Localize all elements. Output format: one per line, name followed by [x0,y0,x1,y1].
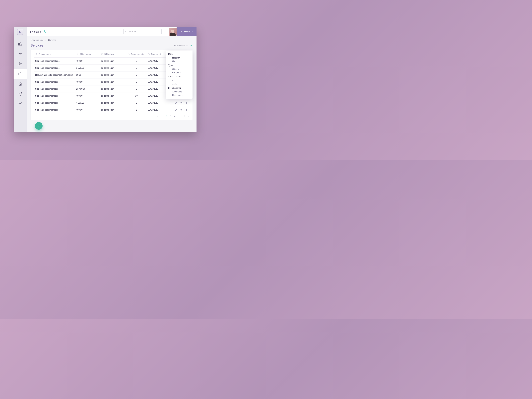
document-icon [18,82,22,86]
pagination: 1234...12 [34,115,189,118]
pagination-page[interactable]: 1 [161,115,163,118]
topbar: inVeritaSoft Hi, Marta [27,27,196,36]
search-box[interactable] [123,29,162,34]
cell-date-created: 03/07/2017 [146,57,168,64]
svg-rect-10 [128,54,129,55]
user-name: Marta [184,30,190,33]
cell-engagements: 0 [126,64,146,71]
cell-billing-type: on completion [100,78,126,85]
cell-service-name: Sign in all documentations [34,57,75,64]
th-billing-amount[interactable]: Billing amount [79,53,93,55]
cell-billing-type: on completion [100,64,126,71]
svg-point-2 [19,63,20,64]
table-row[interactable]: Sign in all documentations 4 360.00 on c… [34,99,189,106]
svg-rect-1 [20,43,21,45]
pagination-page[interactable]: 2 [165,115,167,118]
main: inVeritaSoft Hi, Marta [27,27,196,132]
pagination-page[interactable]: 12 [183,115,185,118]
cell-billing-type: on completion [100,57,126,64]
cell-billing-amount: 4 360.00 [75,99,100,106]
copy-icon[interactable] [180,108,183,111]
th-engagements[interactable]: Engagements [131,53,144,55]
pagination-page: ... [178,115,180,118]
edit-icon[interactable] [175,101,177,104]
filter-option[interactable]: Prospects [168,71,190,74]
cell-billing-amount: 60.00 [75,71,100,78]
search-icon [125,31,127,33]
cell-billing-amount: 460.00 [75,57,100,64]
th-date-created[interactable]: Date created [151,53,163,55]
people-icon [18,62,22,66]
sidebar-item-briefcase[interactable] [14,69,27,79]
app-logo[interactable]: C [17,29,23,35]
pagination-page[interactable]: 4 [174,115,176,118]
filter-group-label: Billing amount [168,87,190,89]
badge-icon [35,53,37,55]
briefcase-icon [18,72,22,76]
filter-icon [190,44,192,47]
cell-service-name: Sign in all documentations [34,64,75,71]
breadcrumb-current: Services [48,39,56,41]
cell-billing-amount: 460.00 [75,106,100,113]
svg-rect-9 [101,54,103,55]
trash-icon[interactable] [185,108,188,111]
filter-option[interactable]: Descending [168,93,190,97]
cell-date-created: 03/07/2017 [146,99,168,106]
filter-option[interactable]: Clients [168,68,190,71]
user-pane[interactable]: Hi, Marta [177,27,196,36]
cell-billing-amount: 23 460.00 [75,85,100,92]
sidebar-item-document[interactable] [14,79,27,89]
table-row[interactable]: Sign in all documentations 460.00 on com… [34,106,189,113]
th-billing-type[interactable]: Billing type [104,53,114,55]
cell-engagements: 5 [126,106,146,113]
svg-rect-0 [19,43,20,45]
sidebar-item-city[interactable] [14,39,27,49]
cell-billing-amount: 460.00 [75,92,100,99]
briefcase-small-icon [128,53,130,55]
cell-billing-amount: 460.00 [75,78,100,85]
cell-date-created: 03/07/2017 [146,106,168,113]
sidebar-item-people[interactable] [14,59,27,69]
filter-trigger[interactable]: Filtered by date [174,44,192,47]
svg-point-5 [20,103,21,104]
sidebar-item-handshake[interactable] [14,49,27,59]
filter-option[interactable]: Old [168,59,190,63]
cell-billing-type: on completion [100,106,126,113]
filter-option[interactable]: Ascending [168,90,190,93]
trash-icon[interactable] [185,101,188,104]
pagination-prev[interactable] [157,115,158,117]
pagination-page[interactable]: 3 [170,115,171,118]
cell-engagements: 0 [126,78,146,85]
svg-rect-11 [148,54,149,55]
pagination-next[interactable] [187,115,189,117]
cell-date-created: 03/07/2017 [146,92,168,99]
calendar-icon [148,53,150,55]
cell-engagements: 0 [126,71,146,78]
breadcrumb-parent[interactable]: Engagements [31,39,43,41]
sidebar: C [14,27,27,132]
svg-point-8 [36,54,36,54]
filter-option[interactable]: Recently [168,56,190,59]
cell-billing-type: on completion [100,99,126,106]
sidebar-item-settings[interactable] [14,99,27,109]
filter-option[interactable]: A...Z [168,79,190,82]
sidebar-item-send[interactable] [14,89,27,99]
user-block[interactable]: Hi, Marta [169,27,196,36]
edit-icon[interactable] [175,108,177,111]
search-input[interactable] [129,30,160,33]
filter-popover: DateRecentlyOldTypeClientsProspectsServi… [166,51,192,99]
copy-icon[interactable] [180,101,183,104]
th-service-name[interactable]: Service name [38,53,51,55]
breadcrumb: Engagements Services [27,36,196,42]
fab-add[interactable]: + [35,122,43,130]
filter-trigger-label: Filtered by date [174,44,188,47]
window-icon [101,53,103,55]
cell-date-created: 03/07/2017 [146,71,168,78]
cell-billing-amount: 1 670.00 [75,64,100,71]
cell-date-created: 03/07/2017 [146,78,168,85]
cell-engagements: 5 [126,57,146,64]
avatar[interactable] [169,28,177,36]
filter-option[interactable]: Z...A [168,82,190,85]
cell-service-name: Sign in all documentations [34,99,75,106]
brand-moon-icon [44,30,48,34]
